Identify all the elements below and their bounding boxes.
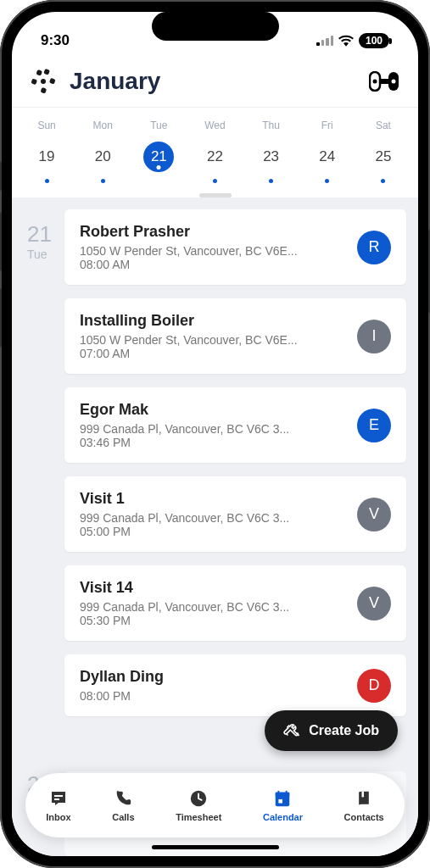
event-dot (269, 179, 273, 183)
view-switch-icon[interactable] (369, 71, 399, 92)
nav-calls[interactable]: Calls (112, 788, 134, 822)
svg-rect-3 (31, 78, 37, 85)
event-card[interactable]: Dyllan Ding08:00 PMD (64, 654, 406, 716)
week-day-fri[interactable]: Fri24 (299, 120, 355, 183)
avatar: V (357, 587, 391, 620)
event-time: 05:00 PM (80, 525, 289, 538)
nav-calendar[interactable]: Calendar (263, 788, 303, 822)
event-dot (381, 179, 385, 183)
svg-point-5 (41, 79, 46, 84)
nav-label: Contacts (344, 812, 384, 822)
svg-rect-2 (40, 87, 47, 94)
event-time: 07:00 AM (80, 347, 298, 360)
tools-icon (283, 722, 300, 739)
event-address: 1050 W Pender St, Vancouver, BC V6E... (80, 333, 298, 347)
week-row: Sun19Mon20Tue21Wed22Thu23Fri24Sat25 (12, 108, 418, 188)
nav-label: Timesheet (176, 812, 221, 822)
svg-rect-10 (380, 79, 388, 84)
event-dot (101, 179, 105, 183)
svg-point-9 (392, 80, 396, 84)
battery-indicator: 100 (359, 33, 389, 48)
event-address: 999 Canada Pl, Vancouver, BC V6C 3... (80, 600, 289, 614)
date-number: 25 (368, 142, 399, 172)
day-label: 21 Tue (12, 198, 64, 856)
dow-label: Tue (131, 120, 187, 131)
week-day-sat[interactable]: Sat25 (355, 120, 411, 183)
event-card[interactable]: Visit 14999 Canada Pl, Vancouver, BC V6C… (64, 565, 406, 641)
avatar: V (357, 498, 391, 531)
svg-rect-17 (278, 791, 280, 794)
date-number: 23 (256, 142, 287, 172)
nav-label: Calls (112, 812, 134, 822)
dow-label: Sat (355, 120, 411, 131)
event-title: Egor Mak (80, 401, 289, 419)
event-address: 999 Canada Pl, Vancouver, BC V6C 3... (80, 422, 289, 436)
status-time: 9:30 (41, 32, 70, 49)
event-card[interactable]: Visit 1999 Canada Pl, Vancouver, BC V6C … (64, 476, 406, 552)
bottom-nav: InboxCallsTimesheetCalendarContacts (25, 773, 405, 837)
avatar: E (357, 409, 391, 442)
date-number: 21 (143, 142, 174, 172)
svg-rect-18 (286, 791, 288, 794)
nav-label: Inbox (46, 812, 70, 822)
date-number: 22 (199, 142, 230, 172)
fab-label: Create Job (309, 723, 379, 738)
event-title: Visit 14 (80, 579, 289, 597)
event-title: Dyllan Ding (80, 668, 164, 686)
event-dot (213, 179, 217, 183)
create-job-button[interactable]: Create Job (265, 710, 398, 751)
event-card[interactable]: Egor Mak999 Canada Pl, Vancouver, BC V6C… (64, 387, 406, 463)
calendar-icon (272, 788, 293, 809)
event-title: Robert Prasher (80, 223, 298, 241)
dow-label: Sun (19, 120, 75, 131)
week-day-tue[interactable]: Tue21 (131, 120, 187, 183)
signal-icon (316, 36, 333, 46)
event-card[interactable]: Robert Prasher1050 W Pender St, Vancouve… (64, 209, 406, 285)
event-list[interactable]: Robert Prasher1050 W Pender St, Vancouve… (64, 198, 418, 856)
event-dot (325, 179, 329, 183)
svg-rect-11 (54, 795, 63, 797)
wifi-icon (338, 35, 354, 47)
svg-rect-19 (362, 792, 365, 798)
week-day-mon[interactable]: Mon20 (75, 120, 131, 183)
week-day-sun[interactable]: Sun19 (19, 120, 75, 183)
content-area: 21 Tue Robert Prasher1050 W Pender St, V… (12, 198, 418, 856)
svg-rect-16 (279, 799, 283, 804)
event-time: 08:00 AM (80, 258, 298, 271)
nav-label: Calendar (263, 812, 303, 822)
date-number: 19 (31, 142, 62, 172)
week-day-thu[interactable]: Thu23 (243, 120, 299, 183)
screen: 9:30 100 January Sun19Mon20Tue21Wed22Thu… (12, 12, 418, 856)
svg-point-7 (373, 80, 377, 84)
app-header: January (12, 58, 418, 108)
dow-label: Fri (299, 120, 355, 131)
volume-down-button (0, 288, 2, 348)
home-indicator[interactable] (152, 845, 279, 849)
dow-label: Thu (243, 120, 299, 131)
avatar: D (357, 669, 391, 703)
event-dot (45, 179, 49, 183)
book-icon (354, 788, 374, 809)
date-number: 24 (312, 142, 343, 172)
week-day-wed[interactable]: Wed22 (187, 120, 243, 183)
event-card[interactable]: Installing Boiler1050 W Pender St, Vanco… (64, 298, 406, 374)
inbox-icon (48, 788, 69, 809)
event-time: 08:00 PM (80, 689, 164, 703)
phone-notch (152, 12, 279, 41)
event-time: 03:46 PM (80, 436, 289, 449)
event-title: Installing Boiler (80, 312, 298, 330)
svg-rect-12 (54, 798, 59, 800)
app-logo-icon[interactable] (31, 69, 56, 94)
nav-timesheet[interactable]: Timesheet (176, 788, 221, 822)
nav-inbox[interactable]: Inbox (46, 788, 70, 822)
svg-rect-4 (36, 70, 42, 76)
svg-rect-15 (276, 793, 290, 797)
page-title: January (70, 68, 160, 95)
avatar: R (357, 231, 391, 264)
date-number: 20 (87, 142, 118, 172)
event-address: 1050 W Pender St, Vancouver, BC V6E... (80, 244, 298, 258)
clock-icon (188, 788, 209, 809)
side-button (0, 161, 2, 191)
volume-up-button (0, 212, 2, 271)
nav-contacts[interactable]: Contacts (344, 788, 384, 822)
